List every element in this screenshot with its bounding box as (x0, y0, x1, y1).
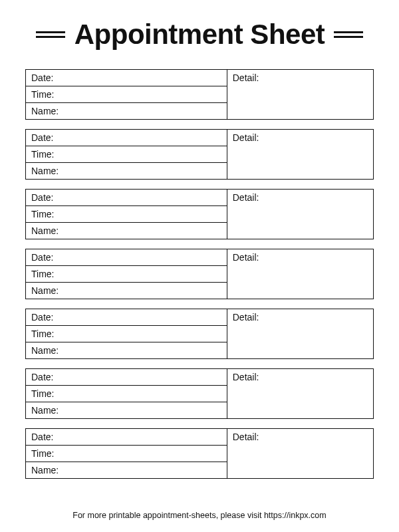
name-row: Name: (26, 342, 227, 358)
appointment-block: Date:Time:Name:Detail: (25, 189, 374, 239)
block-left-col: Date:Time:Name: (26, 190, 227, 239)
appointment-block: Date:Time:Name:Detail: (25, 69, 374, 120)
time-row: Time: (26, 146, 227, 163)
appointment-block: Date:Time:Name:Detail: (25, 309, 374, 359)
block-left-col: Date:Time:Name: (26, 369, 227, 418)
detail-cell: Detail: (227, 429, 373, 478)
time-row: Time: (26, 86, 227, 103)
detail-cell: Detail: (227, 70, 373, 119)
detail-cell: Detail: (227, 309, 373, 358)
date-row: Date: (26, 70, 227, 86)
block-left-col: Date:Time:Name: (26, 429, 227, 478)
time-row: Time: (26, 446, 227, 462)
title-decoration-right (334, 31, 363, 38)
name-row: Name: (26, 402, 227, 418)
detail-cell: Detail: (227, 190, 373, 239)
footer-text: For more printable appointment-sheets, p… (25, 511, 374, 520)
name-row: Name: (26, 163, 227, 179)
time-row: Time: (26, 266, 227, 283)
detail-cell: Detail: (227, 130, 373, 179)
time-row: Time: (26, 326, 227, 342)
time-row: Time: (26, 386, 227, 402)
page-title: Appointment Sheet (74, 19, 325, 51)
block-left-col: Date:Time:Name: (26, 309, 227, 358)
appointment-block: Date:Time:Name:Detail: (25, 129, 374, 180)
title-row: Appointment Sheet (25, 19, 374, 51)
date-row: Date: (26, 429, 227, 446)
date-row: Date: (26, 309, 227, 326)
time-row: Time: (26, 206, 227, 223)
appointment-block: Date:Time:Name:Detail: (25, 428, 374, 479)
detail-cell: Detail: (227, 249, 373, 299)
block-left-col: Date:Time:Name: (26, 130, 227, 179)
date-row: Date: (26, 249, 227, 266)
appointment-blocks: Date:Time:Name:Detail:Date:Time:Name:Det… (25, 69, 374, 500)
name-row: Name: (26, 462, 227, 478)
appointment-block: Date:Time:Name:Detail: (25, 368, 374, 419)
date-row: Date: (26, 130, 227, 146)
date-row: Date: (26, 369, 227, 386)
appointment-block: Date:Time:Name:Detail: (25, 249, 374, 299)
name-row: Name: (26, 223, 227, 239)
block-left-col: Date:Time:Name: (26, 70, 227, 119)
detail-cell: Detail: (227, 369, 373, 418)
title-decoration-left (36, 31, 65, 38)
name-row: Name: (26, 103, 227, 119)
name-row: Name: (26, 283, 227, 299)
block-left-col: Date:Time:Name: (26, 249, 227, 299)
date-row: Date: (26, 190, 227, 206)
